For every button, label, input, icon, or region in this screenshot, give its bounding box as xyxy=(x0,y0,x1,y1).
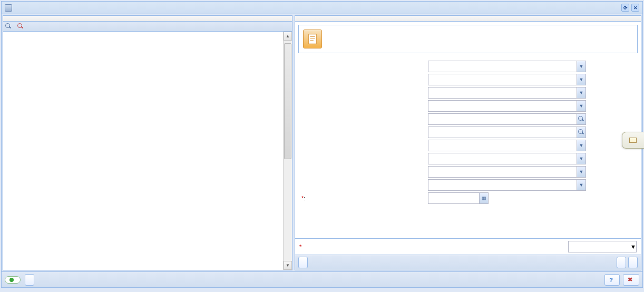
chevron-down-icon[interactable]: ▼ xyxy=(577,61,586,72)
diag-to-field[interactable] xyxy=(428,129,577,135)
refresh-icon[interactable]: ⟳ xyxy=(621,4,629,12)
scroll-down-icon[interactable]: ▼ xyxy=(284,261,292,270)
date-input[interactable]: ▦ xyxy=(428,192,489,204)
search-trigger-icon[interactable] xyxy=(577,114,586,124)
status-dot-icon xyxy=(9,278,14,282)
report-panel: ▼ ▼ ▼ ▼ xyxy=(295,15,641,270)
calendar-icon[interactable]: ▦ xyxy=(479,193,488,203)
reports-icon xyxy=(5,4,12,12)
scroll-thumb[interactable] xyxy=(284,43,291,159)
date-label: *: xyxy=(301,195,428,201)
help-button[interactable]: ? xyxy=(604,274,620,286)
reset-search-button[interactable] xyxy=(17,23,25,30)
queue-button[interactable] xyxy=(25,274,34,286)
report-icon xyxy=(303,30,322,48)
chevron-down-icon[interactable]: ▼ xyxy=(630,244,636,250)
window-header: ⟳ ✕ xyxy=(2,2,642,14)
scroll-up-icon[interactable]: ▲ xyxy=(284,32,292,41)
org-combo[interactable]: ▼ xyxy=(428,61,586,72)
notification-tab[interactable] xyxy=(622,132,644,149)
chevron-down-icon[interactable]: ▼ xyxy=(577,167,586,177)
chevron-down-icon[interactable]: ▼ xyxy=(577,180,586,190)
pku-combo[interactable]: ▼ xyxy=(428,166,586,178)
rashod-combo[interactable]: ▼ xyxy=(428,100,586,112)
form-report-button[interactable] xyxy=(628,257,638,268)
catalog-panel: ▲ ▼ xyxy=(3,15,292,270)
svg-rect-0 xyxy=(309,34,317,44)
report-buttons xyxy=(295,255,641,270)
report-header xyxy=(295,16,641,22)
search-icon xyxy=(5,23,12,30)
months-combo[interactable]: ▼ xyxy=(428,179,586,191)
chevron-down-icon[interactable]: ▼ xyxy=(577,153,586,164)
chevron-down-icon[interactable]: ▼ xyxy=(577,101,586,111)
help-icon: ? xyxy=(609,277,613,283)
window: ⟳ ✕ ▲ ▼ xyxy=(1,1,643,288)
format-combo[interactable]: ▼ xyxy=(568,241,637,252)
diag-to-input[interactable] xyxy=(428,126,586,138)
chevron-down-icon[interactable]: ▼ xyxy=(577,74,586,85)
status-bar: ? ✖ xyxy=(2,271,642,287)
atx-combo[interactable]: ▼ xyxy=(428,140,586,151)
scrollbar[interactable]: ▲ ▼ xyxy=(283,32,292,270)
chevron-down-icon[interactable]: ▼ xyxy=(577,140,586,151)
tree-container: ▲ ▼ xyxy=(3,32,292,270)
fin-combo[interactable]: ▼ xyxy=(428,87,586,99)
catalog-title xyxy=(3,16,292,22)
report-banner xyxy=(298,25,638,53)
search-trigger-icon[interactable] xyxy=(577,127,586,138)
chevron-down-icon[interactable]: ▼ xyxy=(577,87,586,98)
search-button[interactable] xyxy=(5,23,13,30)
sklad-combo[interactable]: ▼ xyxy=(428,74,586,85)
status-badge xyxy=(5,276,21,284)
diag-from-input[interactable] xyxy=(428,113,586,125)
close-icon[interactable]: ✕ xyxy=(631,4,639,12)
close-icon: ✖ xyxy=(628,276,632,283)
pharm-combo[interactable]: ▼ xyxy=(428,153,586,164)
report-help-button[interactable] xyxy=(617,257,626,268)
include-button[interactable] xyxy=(298,257,308,268)
envelope-icon xyxy=(629,138,637,143)
reset-search-icon xyxy=(17,23,24,30)
close-button[interactable]: ✖ xyxy=(623,274,639,286)
catalog-toolbar xyxy=(3,22,292,32)
diag-from-field[interactable] xyxy=(428,116,577,122)
hint-bar: * ▼ xyxy=(295,238,641,255)
report-form: ▼ ▼ ▼ ▼ xyxy=(295,56,641,210)
